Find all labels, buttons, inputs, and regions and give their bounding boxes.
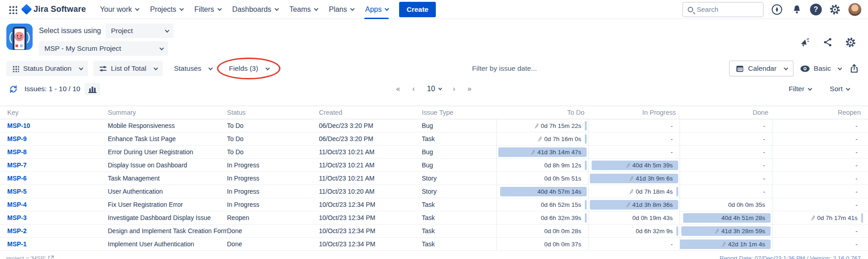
avatar[interactable] — [848, 3, 862, 16]
duration-value: - — [763, 136, 766, 142]
created-cell: 06/Dec/23 3:20 PM — [319, 119, 422, 132]
duration-value: - — [763, 149, 766, 156]
column-header-key[interactable]: Key — [7, 106, 108, 119]
column-header-summary[interactable]: Summary — [108, 106, 227, 119]
issue-key-link[interactable]: MSP-7 — [7, 161, 27, 169]
issue-key-link[interactable]: MSP-10 — [7, 122, 30, 129]
summary-cell: Display Issue on Dashboard — [108, 159, 227, 171]
status-cell: In Progress — [227, 185, 319, 198]
pager: « ‹ 10 › » — [396, 85, 472, 93]
issue-key-link[interactable]: MSP-5 — [7, 188, 27, 195]
prev-page-button[interactable]: ‹ — [412, 85, 415, 93]
search-input[interactable]: Search — [682, 2, 764, 17]
nav-item-your-work[interactable]: Your work — [96, 0, 143, 19]
duration-cell-todo: 0d 0h 5m 51s — [497, 172, 588, 185]
duration-cell-done: - — [680, 146, 772, 158]
column-header-issue-type[interactable]: Issue Type — [422, 106, 497, 119]
column-header-status[interactable]: Status — [227, 106, 319, 119]
duration-cell-inprogress: 0d 6h 32m 9s — [588, 225, 680, 237]
jira-diamond-icon — [21, 4, 32, 15]
export-icon[interactable] — [847, 62, 861, 75]
select-issues-label: Select issues using — [39, 27, 101, 35]
report-type-dropdown[interactable]: Status Duration — [6, 61, 88, 76]
statuses-dropdown[interactable]: Statuses — [168, 61, 217, 76]
metric-dropdown[interactable]: List of Total — [93, 61, 163, 76]
calendar-dropdown[interactable]: Calendar — [729, 60, 794, 77]
issue-key-link[interactable]: MSP-4 — [7, 201, 27, 208]
page-size-select[interactable]: 10 — [427, 85, 441, 93]
discover-icon[interactable] — [770, 3, 784, 16]
jira-logo[interactable]: Jira Software — [23, 5, 86, 14]
issue-key-link[interactable]: MSP-9 — [7, 135, 27, 142]
chevron-down-icon — [217, 6, 222, 11]
issue-key-link[interactable]: MSP-3 — [7, 214, 27, 221]
column-header-to-do[interactable]: To Do — [497, 106, 588, 119]
duration-cell-done: 40d 4h 51m 28s — [680, 211, 772, 224]
app-switcher-icon[interactable] — [8, 5, 17, 14]
duration-cell-todo: 40d 4h 57m 14s — [497, 185, 588, 198]
create-button[interactable]: Create — [399, 2, 435, 17]
nav-item-dashboards[interactable]: Dashboards — [228, 0, 282, 19]
created-cell: 11/Oct/23 10:21 AM — [319, 146, 422, 158]
duration-value: 0d 6h 32m 9s — [636, 228, 673, 235]
sort-dropdown[interactable]: Sort — [830, 85, 849, 93]
issue-key-link[interactable]: MSP-1 — [7, 240, 27, 248]
report-header: () Select issues using Project MSP - My … — [0, 19, 868, 58]
duration-value: 0d 6h 32m 39s — [541, 215, 581, 221]
duration-cell-reopen: 0d 7h 17m 41s — [772, 211, 864, 224]
status-duration-table: KeySummaryStatusCreatedIssue TypeTo DoIn… — [0, 106, 868, 251]
filter-dropdown[interactable]: Filter — [789, 85, 810, 93]
duration-value: 0d 8h 9m 12s — [544, 162, 581, 169]
nav-item-plans[interactable]: Plans — [324, 0, 358, 19]
chart-view-button[interactable] — [85, 83, 100, 95]
duration-cell-todo: 0d 0h 0m 37s — [497, 238, 588, 250]
issue-key-link[interactable]: MSP-8 — [7, 148, 27, 156]
project-dropdown[interactable]: MSP - My Scrum Project — [39, 41, 168, 56]
status-cell: Reopen — [227, 211, 319, 224]
nav-item-teams[interactable]: Teams — [285, 0, 322, 19]
gear-icon[interactable] — [844, 35, 857, 49]
column-header-in-progress[interactable]: In Progress — [588, 106, 680, 119]
duration-cell-done: - — [680, 172, 772, 185]
runner-icon — [629, 189, 634, 195]
issue-source-dropdown[interactable]: Project — [106, 24, 174, 38]
chevron-down-icon — [159, 46, 164, 50]
issue-key-link[interactable]: MSP-2 — [7, 227, 27, 235]
duration-value: 0d 0h 0m 37s — [544, 241, 581, 248]
filter-by-date-input[interactable]: Filter by issue date... — [280, 64, 729, 73]
duration-cell-todo: 41d 3h 14m 47s — [497, 146, 588, 158]
table-body: MSP-10Mobile ResponsivenessTo Do06/Dec/2… — [0, 119, 868, 251]
column-header-done[interactable]: Done — [680, 106, 772, 119]
nav-item-apps[interactable]: Apps — [361, 0, 392, 19]
last-page-button[interactable]: » — [468, 85, 472, 93]
duration-bar — [585, 134, 587, 144]
column-header-created[interactable]: Created — [319, 106, 422, 119]
notifications-icon[interactable] — [790, 3, 804, 16]
duration-cell-reopen: - — [772, 238, 864, 250]
refresh-icon[interactable] — [6, 82, 20, 96]
view-mode-dropdown[interactable]: Basic — [800, 64, 841, 73]
duration-cell-inprogress: 0d 7h 18m 4s — [588, 185, 680, 198]
nav-item-projects[interactable]: Projects — [145, 0, 187, 19]
duration-bar — [585, 161, 587, 170]
duration-bar — [676, 226, 678, 236]
feedback-megaphone-icon[interactable] — [798, 35, 812, 49]
duration-cell-inprogress: - — [588, 146, 680, 158]
help-icon[interactable]: ? — [810, 4, 822, 15]
issue-key-link[interactable]: MSP-6 — [7, 175, 27, 182]
duration-cell-reopen: - — [772, 198, 864, 211]
table-row: MSP-8Error During User RegistrationTo Do… — [0, 146, 868, 159]
duration-cell-reopen: - — [772, 185, 864, 198]
table-row: MSP-5User AuthenticationIn Progress11/Oc… — [0, 185, 868, 198]
column-header-reopen[interactable]: Reopen — [772, 106, 864, 119]
jql-query-link[interactable]: project = 'MSP' — [6, 255, 54, 259]
fields-dropdown[interactable]: Fields (3) — [223, 61, 275, 76]
nav-item-filters[interactable]: Filters — [190, 0, 225, 19]
duration-cell-done: - — [680, 132, 772, 145]
settings-icon[interactable] — [828, 3, 842, 16]
share-icon[interactable] — [821, 35, 834, 49]
issue-type-cell: Task — [422, 225, 497, 237]
chevron-down-icon — [179, 6, 184, 11]
first-page-button[interactable]: « — [396, 85, 400, 93]
next-page-button[interactable]: › — [453, 85, 455, 93]
